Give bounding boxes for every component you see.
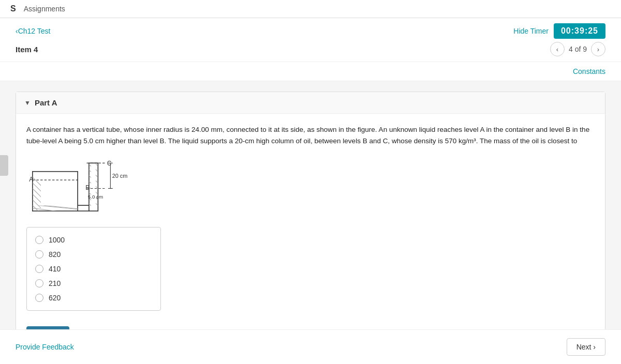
svg-text:20 cm: 20 cm [112,173,128,179]
constants-row: Constants [0,62,621,81]
option-radio-620[interactable] [35,294,43,302]
option-label-1000: 1000 [49,236,65,244]
part-body: A container has a vertical tube, whose i… [16,114,605,353]
section-s: S [10,4,16,13]
svg-line-6 [27,194,41,208]
header-bottom: Item 4 ‹ 4 of 9 › [16,42,605,56]
timer-display: 00:39:25 [554,23,605,39]
part-title: Part A [35,98,57,107]
option-row-210[interactable]: 210 [35,279,152,287]
svg-text:5.0 cm: 5.0 cm [88,194,103,200]
svg-text:B: B [85,184,90,191]
option-row-820[interactable]: 820 [35,250,152,259]
part-header[interactable]: ▼ Part A [16,92,605,114]
svg-line-23 [88,203,92,207]
svg-text:A: A [29,176,33,184]
answer-options: 1000 820 410 210 620 [26,227,161,311]
top-bar: S Assignments [0,0,621,18]
svg-line-17 [88,169,92,173]
svg-line-7 [27,200,41,214]
provide-feedback-link[interactable]: Provide Feedback [16,343,74,351]
item-label: Item 4 [16,45,38,54]
constants-link[interactable]: Constants [573,67,605,75]
option-radio-210[interactable] [35,279,43,287]
hide-timer-button[interactable]: Hide Timer [513,27,549,35]
next-button[interactable]: Next › [567,338,605,356]
back-link[interactable]: ‹Ch12 Test [16,27,50,35]
part-section: ▼ Part A A container has a vertical tube… [16,92,605,354]
figure-area: A [26,155,595,217]
timer-area: Hide Timer 00:39:25 [513,23,605,39]
svg-rect-1 [33,172,41,211]
next-page-button[interactable]: › [591,42,605,56]
svg-line-10 [38,205,78,209]
svg-line-11 [44,205,78,209]
option-radio-820[interactable] [35,250,43,259]
option-radio-410[interactable] [35,265,43,273]
option-label-620: 620 [49,294,61,302]
svg-line-16 [88,163,92,168]
page-info: 4 of 9 [569,45,587,53]
svg-line-4 [27,183,41,197]
option-row-620[interactable]: 620 [35,294,152,302]
option-row-410[interactable]: 410 [35,265,152,273]
question-text: A container has a vertical tube, whose i… [26,124,595,146]
content-area: ▼ Part A A container has a vertical tube… [0,81,621,364]
header-top: ‹Ch12 Test Hide Timer 00:39:25 [16,23,605,39]
pagination: ‹ 4 of 9 › [550,42,605,56]
diagram: A [26,155,140,217]
left-tab [0,155,8,176]
prev-page-button[interactable]: ‹ [550,42,565,56]
assignments-label: Assignments [24,5,65,13]
footer: Provide Feedback Next › [0,329,621,364]
option-label-210: 210 [49,279,61,287]
part-chevron-icon: ▼ [24,99,31,107]
option-label-820: 820 [49,250,61,259]
option-radio-1000[interactable] [35,236,43,244]
option-label-410: 410 [49,265,61,273]
svg-rect-0 [33,172,78,211]
svg-line-5 [27,189,41,203]
svg-line-18 [88,174,92,178]
svg-line-19 [88,180,92,184]
option-row-1000[interactable]: 1000 [35,236,152,244]
header: ‹Ch12 Test Hide Timer 00:39:25 Item 4 ‹ … [0,18,621,62]
